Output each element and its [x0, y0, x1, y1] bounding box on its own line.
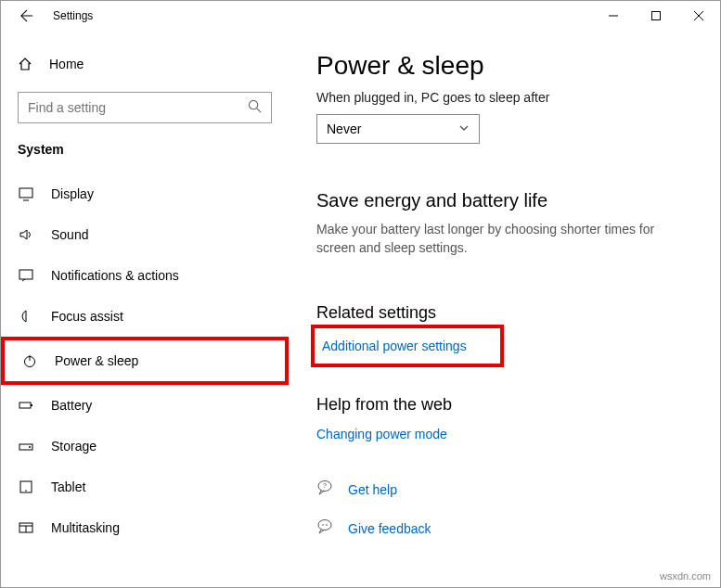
- sidebar-item-label: Focus assist: [51, 309, 123, 324]
- svg-rect-9: [19, 403, 31, 408]
- window-controls: [592, 1, 720, 31]
- svg-line-3: [257, 108, 261, 111]
- sidebar-item-battery[interactable]: Battery: [1, 385, 289, 426]
- svg-point-2: [249, 100, 257, 109]
- power-icon: [21, 353, 38, 368]
- plugged-in-label: When plugged in, PC goes to sleep after: [316, 90, 692, 105]
- sidebar-item-label: Notifications & actions: [51, 268, 179, 283]
- svg-point-22: [326, 524, 328, 526]
- sidebar-item-notifications[interactable]: Notifications & actions: [1, 255, 289, 296]
- app-title: Settings: [53, 9, 93, 22]
- sidebar-item-display[interactable]: Display: [1, 173, 289, 214]
- svg-point-20: [318, 520, 331, 530]
- sidebar-item-label: Display: [51, 186, 94, 201]
- svg-text:?: ?: [323, 482, 327, 489]
- web-help-heading: Help from the web: [316, 395, 692, 415]
- sidebar-item-tablet[interactable]: Tablet: [1, 467, 289, 507]
- svg-point-12: [29, 446, 31, 448]
- sidebar-item-label: Battery: [51, 398, 92, 413]
- svg-rect-1: [652, 12, 661, 20]
- get-help-link[interactable]: Get help: [348, 482, 397, 497]
- sidebar-item-label: Multitasking: [51, 520, 120, 535]
- search-box[interactable]: [18, 92, 272, 123]
- multitasking-icon: [18, 520, 34, 535]
- battery-icon: [18, 398, 34, 413]
- related-heading: Related settings: [316, 303, 692, 323]
- watermark: wsxdn.com: [660, 570, 711, 582]
- additional-power-settings-box: Additional power settings: [311, 325, 504, 367]
- home-icon: [18, 57, 32, 71]
- sidebar-item-label: Sound: [51, 227, 88, 242]
- svg-rect-6: [19, 270, 32, 279]
- get-help-row[interactable]: ? Get help: [316, 470, 692, 509]
- notifications-icon: [18, 268, 34, 283]
- sidebar-item-label: Tablet: [51, 479, 85, 494]
- sidebar-category: System: [1, 142, 289, 173]
- sidebar-item-focus-assist[interactable]: Focus assist: [1, 296, 289, 337]
- sidebar-item-multitasking[interactable]: Multitasking: [1, 507, 289, 548]
- sidebar-item-sound[interactable]: Sound: [1, 214, 289, 255]
- sleep-time-dropdown[interactable]: Never: [316, 114, 480, 144]
- sidebar-item-storage[interactable]: Storage: [1, 426, 289, 467]
- sidebar-item-power-sleep[interactable]: Power & sleep: [1, 337, 289, 385]
- svg-point-14: [25, 490, 27, 492]
- page-title: Power & sleep: [316, 51, 692, 81]
- close-button[interactable]: [677, 1, 720, 31]
- content-pane: Power & sleep When plugged in, PC goes t…: [289, 31, 720, 587]
- storage-icon: [18, 439, 34, 454]
- focus-assist-icon: [18, 309, 34, 324]
- svg-rect-4: [19, 188, 32, 198]
- sidebar-home[interactable]: Home: [1, 49, 289, 79]
- minimize-button[interactable]: [592, 1, 635, 31]
- sidebar-home-label: Home: [49, 57, 84, 71]
- feedback-icon: [316, 518, 333, 539]
- sidebar-item-label: Power & sleep: [55, 353, 138, 368]
- give-feedback-row[interactable]: Give feedback: [316, 509, 692, 548]
- svg-point-21: [322, 524, 324, 526]
- energy-desc: Make your battery last longer by choosin…: [316, 221, 669, 257]
- arrow-left-icon: [20, 9, 33, 22]
- energy-heading: Save energy and battery life: [316, 190, 692, 211]
- search-icon: [248, 99, 262, 117]
- svg-rect-10: [31, 404, 32, 406]
- maximize-button[interactable]: [635, 1, 677, 31]
- display-icon: [18, 186, 34, 201]
- titlebar: Settings: [1, 1, 720, 31]
- search-input[interactable]: [28, 100, 248, 115]
- sound-icon: [18, 227, 34, 242]
- chevron-down-icon: [458, 121, 470, 136]
- get-help-icon: ?: [316, 479, 333, 500]
- back-button[interactable]: [12, 1, 42, 31]
- give-feedback-link[interactable]: Give feedback: [348, 521, 431, 536]
- sidebar: Home System Display Sound Notifications …: [1, 31, 289, 587]
- additional-power-settings-link[interactable]: Additional power settings: [322, 339, 467, 353]
- tablet-icon: [18, 479, 34, 494]
- changing-power-mode-link[interactable]: Changing power mode: [316, 427, 447, 441]
- sidebar-item-label: Storage: [51, 439, 97, 454]
- dropdown-value: Never: [327, 121, 361, 136]
